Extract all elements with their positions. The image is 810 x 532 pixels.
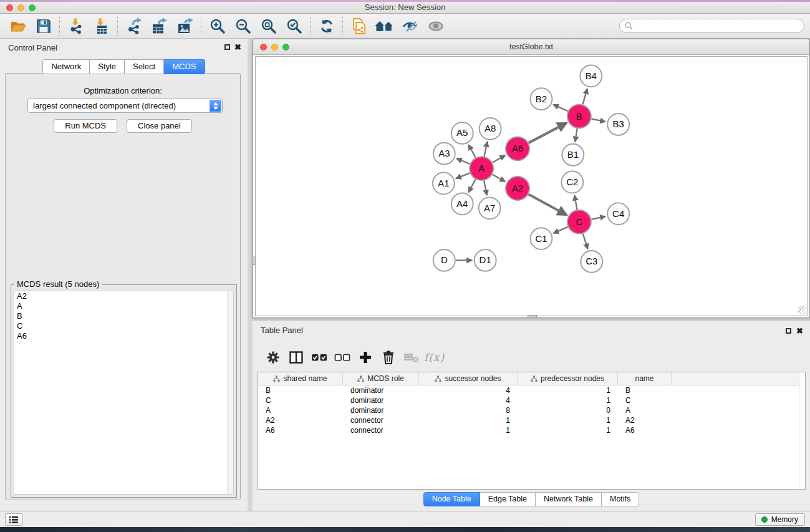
tab-edge-table[interactable]: Edge Table (480, 492, 536, 506)
graph-edge-C-C2[interactable] (574, 195, 577, 210)
table-row[interactable]: Cdominator41C (258, 395, 805, 405)
zoom-window-button[interactable] (29, 4, 36, 11)
result-item[interactable]: B (14, 311, 233, 321)
column-header-name[interactable]: name (618, 372, 672, 385)
graph-edge-A-A5[interactable] (469, 145, 476, 157)
bottom-splitter-handle[interactable] (528, 315, 537, 318)
graph-edge-B-B2[interactable] (553, 105, 567, 112)
table-row[interactable]: Bdominator41B (258, 385, 805, 395)
graph-node-A7[interactable]: A7 (479, 197, 501, 219)
network-zoom-button[interactable] (282, 44, 289, 51)
optimization-criterion-select[interactable]: largest connected component (directed) (27, 99, 223, 113)
run-mcds-button[interactable]: Run MCDS (54, 119, 117, 133)
delete-rows-button[interactable] (377, 347, 400, 368)
column-header-shared-name[interactable]: shared name (258, 372, 343, 385)
float-table-panel-icon[interactable] (786, 328, 791, 334)
graph-node-C[interactable]: C (567, 210, 591, 234)
column-header-predecessor-nodes[interactable]: predecessor nodes (518, 372, 618, 385)
graph-node-D[interactable]: D (433, 249, 455, 271)
open-session-button[interactable] (5, 16, 31, 37)
float-panel-icon[interactable] (224, 44, 230, 50)
graph-node-A4[interactable]: A4 (451, 193, 473, 215)
search-input[interactable] (636, 21, 799, 31)
graph-node-B2[interactable]: B2 (531, 88, 552, 110)
export-image-button[interactable] (172, 16, 198, 37)
graph-node-A8[interactable]: A8 (480, 118, 501, 140)
zoom-out-button[interactable] (230, 16, 256, 37)
tab-network-table[interactable]: Network Table (536, 492, 602, 506)
graph-edge-A2-C[interactable] (529, 195, 567, 215)
canvas-resize-grip-icon[interactable] (798, 306, 806, 315)
result-item[interactable]: A2 (14, 291, 233, 301)
graph-node-A2[interactable]: A2 (506, 177, 529, 200)
task-history-button[interactable] (5, 513, 22, 526)
graph-node-D1[interactable]: D1 (475, 249, 496, 271)
graph-node-C4[interactable]: C4 (607, 203, 629, 225)
graph-edge-C-C1[interactable] (554, 227, 568, 233)
deselect-all-rows-button[interactable] (330, 347, 354, 368)
graph-node-C3[interactable]: C3 (581, 251, 602, 273)
graph-node-A6[interactable]: A6 (506, 137, 529, 160)
zoom-selected-button[interactable] (281, 16, 307, 37)
add-row-button[interactable] (354, 347, 377, 368)
minimize-window-button[interactable] (17, 4, 24, 11)
zoom-fit-button[interactable] (256, 16, 281, 37)
tab-node-table[interactable]: Node Table (423, 492, 480, 506)
network-window-titlebar[interactable]: testGlobe.txt (253, 39, 809, 55)
graph-edge-B-B4[interactable] (582, 89, 587, 104)
tab-mcds[interactable]: MCDS (164, 59, 205, 74)
hide-selected-button[interactable] (397, 16, 423, 37)
graph-node-C1[interactable]: C1 (531, 228, 552, 249)
refresh-button[interactable] (314, 16, 339, 37)
export-network-button[interactable] (121, 16, 147, 37)
import-table-button[interactable] (89, 16, 114, 37)
show-all-button[interactable] (423, 16, 448, 37)
graph-node-A3[interactable]: A3 (433, 143, 455, 165)
toggle-column-panel-button[interactable] (284, 347, 307, 368)
graph-edge-A-A7[interactable] (484, 181, 487, 195)
select-all-rows-button[interactable] (307, 347, 330, 368)
graph-node-A5[interactable]: A5 (451, 122, 473, 144)
left-splitter-handle[interactable] (253, 256, 256, 265)
copy-network-button[interactable] (346, 16, 372, 37)
graph-edge-A-A8[interactable] (484, 142, 487, 156)
graph-edge-B-B3[interactable] (591, 119, 605, 122)
graph-edge-A-A2[interactable] (493, 175, 505, 181)
graph-edge-A-A6[interactable] (493, 155, 505, 162)
export-table-button[interactable] (147, 16, 172, 37)
tab-select[interactable]: Select (125, 59, 164, 74)
graph-node-C2[interactable]: C2 (561, 172, 583, 193)
graph-node-B3[interactable]: B3 (607, 114, 629, 135)
result-item[interactable]: A6 (14, 331, 233, 341)
graph-edge-C-C3[interactable] (583, 234, 588, 249)
tab-network[interactable]: Network (42, 59, 90, 74)
column-header-MCDS-role[interactable]: MCDS role (343, 372, 419, 385)
table-settings-button[interactable] (261, 347, 284, 368)
close-table-panel-icon[interactable]: ✖ (796, 326, 803, 336)
table-row[interactable]: Adominator80A (258, 405, 805, 415)
save-session-button[interactable] (31, 16, 56, 37)
zoom-in-button[interactable] (205, 16, 230, 37)
network-close-button[interactable] (260, 44, 267, 51)
result-item[interactable]: A (14, 301, 233, 311)
graph-node-A1[interactable]: A1 (433, 173, 455, 195)
graph-edge-B-B1[interactable] (575, 128, 577, 142)
graph-edge-A-A4[interactable] (469, 180, 476, 192)
import-network-button[interactable] (63, 16, 89, 37)
close-panel-icon[interactable]: ✖ (234, 42, 241, 52)
search-box[interactable] (619, 19, 804, 33)
tab-style[interactable]: Style (90, 59, 125, 74)
graph-node-B4[interactable]: B4 (580, 65, 602, 87)
column-header-successor-nodes[interactable]: successor nodes (419, 372, 518, 385)
network-minimize-button[interactable] (271, 44, 278, 51)
graph-node-A[interactable]: A (470, 157, 493, 180)
graph-edge-A-A3[interactable] (456, 158, 470, 164)
table-scrollbar[interactable] (799, 372, 805, 489)
memory-button[interactable]: Memory (755, 513, 805, 526)
graph-edge-A6-B[interactable] (529, 123, 567, 143)
table-row[interactable]: A6connector11A6 (258, 425, 805, 435)
graph-node-B[interactable]: B (567, 105, 591, 128)
graph-edge-A-A1[interactable] (456, 173, 470, 178)
network-canvas[interactable]: B4B2BB3A5A8A6B1A3AC2A1A2A4A7C4CC1C3DD1 (255, 56, 808, 316)
result-item[interactable]: C (14, 321, 233, 331)
